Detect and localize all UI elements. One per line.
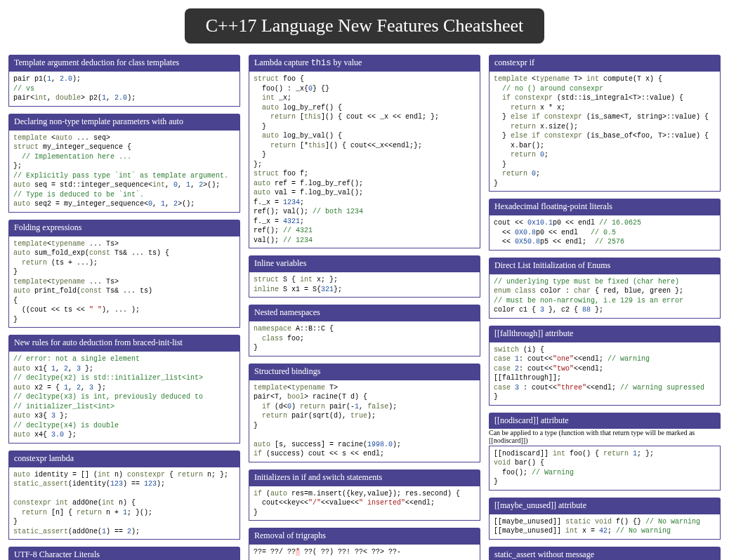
code-inline-vars: struct S { int x; }; inline S x1 = S{321… xyxy=(249,272,480,298)
code-folding: template<typename ... Ts> auto sum_fold_… xyxy=(8,236,240,328)
code-maybe-unused: [[maybe_unused]] static void f() {} // N… xyxy=(489,514,721,540)
header-static-assert: static_assert without message xyxy=(489,547,721,561)
header-trigraphs: Removal of trigraphs xyxy=(249,528,480,544)
header-utf8: UTF-8 Character Literals xyxy=(8,547,240,560)
code-enum-list-init: // underlying type must be fixed (char h… xyxy=(489,274,721,319)
column-1: Template argument deduction for class te… xyxy=(8,55,240,560)
header-hex-float: Hexadecimal floating-point literals xyxy=(489,199,721,215)
code-template-deduction: pair p1(1, 2.0); // vs pair<int, double>… xyxy=(8,71,240,107)
header-if-init: Initializers in if and switch statements xyxy=(249,469,480,486)
columns: Template argument deduction for class te… xyxy=(8,55,721,560)
header-lambda-this: Lambda capture this by value xyxy=(249,55,480,71)
code-constexpr-lambda: auto identity = [] (int n) constexpr { r… xyxy=(8,467,240,540)
code-nodiscard: [[nodiscard]] int foo() { return 1; }; v… xyxy=(489,446,721,491)
column-2: Lambda capture this by value struct foo … xyxy=(249,55,480,560)
code-constexpr-if: template <typename T> int compute(T x) {… xyxy=(489,71,721,192)
code-trigraphs: ??= ??/ ??' ??( ??) ??! ??< ??> ??- xyxy=(249,544,480,560)
header-folding: Folding expressions xyxy=(8,220,240,236)
code-hex-float: cout << 0x10.1p0 << endl // 16.0625 << 0… xyxy=(489,215,721,251)
header-inline-vars: Inline variables xyxy=(249,255,480,272)
code-structured-bindings: template<typename T> pair<T, bool> racin… xyxy=(249,380,480,462)
header-structured-bindings: Structured bindings xyxy=(249,364,480,380)
code-lambda-this: struct foo { foo() : _x{0} {} int _x; au… xyxy=(249,71,480,248)
header-enum-list-init: Direct List Initialization of Enums xyxy=(489,258,721,274)
header-template-deduction: Template argument deduction for class te… xyxy=(8,55,240,71)
header-maybe-unused: [[maybe_unused]] attribute xyxy=(489,498,721,514)
header-braced-init: New rules for auto deduction from braced… xyxy=(8,335,240,351)
code-auto-nontype: template <auto ... seq> struct my_intege… xyxy=(8,130,240,213)
header-fallthrough: [[fallthrough]] attribute xyxy=(489,326,721,342)
page-title: C++17 Language New Features Cheatsheet xyxy=(185,8,544,44)
code-if-init: if (auto res=m.insert({key,value}); res.… xyxy=(249,486,480,521)
column-3: constexpr if template <typename T> int c… xyxy=(489,55,721,560)
code-fallthrough: switch (i) { case 1: cout<<"one"<<endl; … xyxy=(489,342,721,406)
header-nodiscard: [[nodiscard]] attribute xyxy=(489,413,721,429)
header-constexpr-lambda: constexpr lambda xyxy=(8,451,240,467)
header-nested-ns: Nested namespaces xyxy=(249,305,480,321)
code-braced-init: // error: not a single element auto x1{ … xyxy=(8,351,240,444)
code-nested-ns: namespace A::B::C { class foo; } xyxy=(249,321,480,356)
note-nodiscard: Can be applied to a type (function with … xyxy=(489,429,721,444)
header-constexpr-if: constexpr if xyxy=(489,55,721,71)
header-auto-nontype: Declaring non-type template parameters w… xyxy=(8,114,240,130)
